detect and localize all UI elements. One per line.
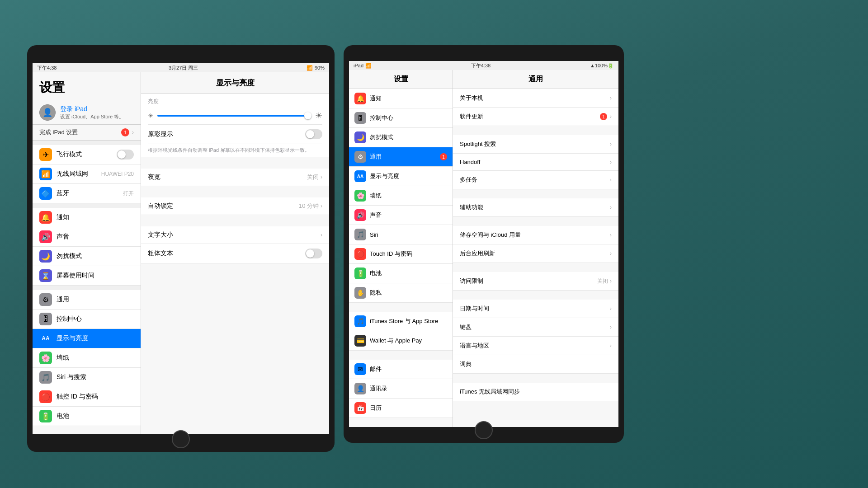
complete-row[interactable]: 完成 iPad 设置 1 › [33,125,141,141]
r-spotlight[interactable]: Spotlight 搜索 › [453,135,618,154]
text-size-row[interactable]: 文字大小 › [141,226,329,244]
sidebar-item-battery[interactable]: 🔋 电池 [33,407,141,426]
airplane-label: 飞行模式 [57,150,82,159]
r-about[interactable]: 关于本机 › [453,89,618,108]
r-spotlight-chevron: › [610,141,612,147]
r-software-update[interactable]: 软件更新 1 › [453,108,618,126]
ipad-right-content: 设置 🔔 通知 🎛 控制中心 🌙 勿扰模式 ⚙ 通用 1 [349,70,618,427]
r-sidebar-general[interactable]: ⚙ 通用 1 [349,147,453,167]
r-multitask[interactable]: 多任务 › [453,171,618,189]
r-handoff[interactable]: Handoff › [453,154,618,171]
r-sidebar-calendar[interactable]: 📅 日历 [349,399,453,418]
sidebar-item-dnd[interactable]: 🌙 勿扰模式 [33,247,141,266]
night-shift-row[interactable]: 夜览 关闭 › [141,169,329,186]
sidebar-item-wallpaper[interactable]: 🌸 墙纸 [33,348,141,368]
r-panel-gap-4 [453,263,618,272]
r-sidebar-notifications[interactable]: 🔔 通知 [349,89,453,108]
wallpaper-label: 墙纸 [57,354,69,362]
sidebar-item-wifi[interactable]: 📶 无线局域网 HUAWEI P20 [33,164,141,184]
battery-left: 90% [315,65,325,70]
r-restrictions-chevron: › [610,278,612,284]
sidebar-item-airplane[interactable]: ✈ 飞行模式 [33,145,141,164]
display-panel-title: 显示与亮度 [141,72,329,94]
r-sidebar-contacts[interactable]: 👤 通讯录 [349,379,453,399]
night-shift-chevron: › [321,174,322,180]
bold-text-toggle[interactable] [305,249,322,258]
r-sidebar-wallpaper[interactable]: 🌸 墙纸 [349,186,453,206]
r-wallpaper-label: 墙纸 [370,192,382,200]
r-storage[interactable]: 储存空间与 iCloud 用量 › [453,226,618,244]
wifi-icon-right: 📶 [365,63,372,69]
section-gap-1 [33,141,141,145]
screen-time-label: 屏幕使用时间 [57,272,94,280]
ipad-left: 下午4:38 3月27日 周三 📶 90% 设置 👤 登录 iPad 设置 iC… [27,45,335,452]
sidebar-item-screen-time[interactable]: ⌛ 屏幕使用时间 [33,266,141,286]
r-bg-chevron: › [610,250,612,257]
signal-icon-right: ▲ [590,63,595,68]
r-sidebar-itunes[interactable]: 🎵 iTunes Store 与 App Store [349,312,453,331]
sidebar-item-bluetooth[interactable]: 🔷 蓝牙 打开 [33,184,141,203]
r-panel-gap-3 [453,217,618,226]
true-tone-row[interactable]: 原彩显示 [148,125,322,144]
r-general-label: 通用 [370,153,382,161]
r-keyboard-label: 键盘 [460,323,472,331]
bold-text-row[interactable]: 粗体文本 [141,244,329,263]
sounds-label: 声音 [57,233,69,241]
status-time-right: 下午4:38 [471,62,491,69]
home-button-left[interactable] [172,430,190,448]
r-bg-refresh[interactable]: 后台应用刷新 › [453,244,618,263]
r-accessibility-chevron: › [610,204,612,211]
sidebar-item-touchid[interactable]: 🔴 触控 ID 与密码 [33,387,141,407]
r-multitask-chevron: › [610,177,612,183]
r-sidebar-mail[interactable]: ✉ 邮件 [349,360,453,379]
brightness-high-icon: ☀ [315,111,322,121]
r-itunes-sync[interactable]: iTunes 无线局域网同步 [453,383,618,401]
r-sidebar-siri[interactable]: 🎵 Siri [349,225,453,244]
siri-icon: 🎵 [39,371,52,384]
r-sidebar-privacy[interactable]: ✋ 隐私 [349,283,453,303]
r-privacy-icon: ✋ [354,287,366,299]
battery-label: 电池 [57,412,69,420]
brightness-row[interactable]: ☀ ☀ [148,107,322,125]
r-accessibility[interactable]: 辅助功能 › [453,198,618,217]
sidebar-item-siri[interactable]: 🎵 Siri 与搜索 [33,368,141,387]
r-dictionary[interactable]: 词典 [453,355,618,374]
r-keyboard[interactable]: 键盘 › [453,318,618,337]
r-update-badge: 1 [600,113,607,120]
true-tone-toggle[interactable] [305,129,322,139]
r-sidebar-wallet[interactable]: 💳 Wallet 与 Apple Pay [349,331,453,351]
sidebar-item-sounds[interactable]: 🔊 声音 [33,227,141,247]
r-sidebar-sounds[interactable]: 🔊 声音 [349,206,453,225]
control-center-icon: 🎛 [39,313,52,325]
airplane-toggle[interactable] [117,150,134,160]
r-language[interactable]: 语言与地区 › [453,337,618,355]
brightness-slider[interactable] [157,115,311,117]
r-sidebar-battery[interactable]: 🔋 电池 [349,264,453,283]
r-sidebar-display[interactable]: AA 显示与亮度 [349,167,453,186]
true-tone-label: 原彩显示 [148,130,173,138]
r-restrictions-value: 关闭 [597,277,608,285]
r-datetime[interactable]: 日期与时间 › [453,300,618,318]
notifications-icon: 🔔 [39,211,52,224]
control-center-label: 控制中心 [57,315,82,323]
sidebar-item-notifications[interactable]: 🔔 通知 [33,208,141,227]
home-button-right[interactable] [475,421,493,439]
general-panel-title: 通用 [453,70,618,89]
text-size-chevron: › [321,232,322,238]
settings-title-left: 设置 [33,72,141,101]
r-sidebar-dnd[interactable]: 🌙 勿扰模式 [349,128,453,147]
settings-sidebar-right: 设置 🔔 通知 🎛 控制中心 🌙 勿扰模式 ⚙ 通用 1 [349,70,453,427]
r-itunes-label: iTunes Store 与 App Store [370,317,438,325]
sidebar-item-general[interactable]: ⚙ 通用 [33,290,141,310]
avatar: 👤 [39,104,56,121]
account-row[interactable]: 👤 登录 iPad 设置 iCloud、App Store 等。 [33,101,141,125]
r-notifications-label: 通知 [370,94,382,103]
auto-lock-row[interactable]: 自动锁定 10 分钟 › [141,197,329,215]
r-sidebar-touchid[interactable]: 🔴 Touch ID 与密码 [349,244,453,264]
r-restrictions[interactable]: 访问限制 关闭 › [453,272,618,291]
sidebar-item-control-center[interactable]: 🎛 控制中心 [33,310,141,329]
r-sidebar-control[interactable]: 🎛 控制中心 [349,108,453,128]
sidebar-item-display[interactable]: AA 显示与亮度 [33,329,141,348]
r-panel-gap-5 [453,291,618,300]
complete-badge: 1 [121,128,129,136]
